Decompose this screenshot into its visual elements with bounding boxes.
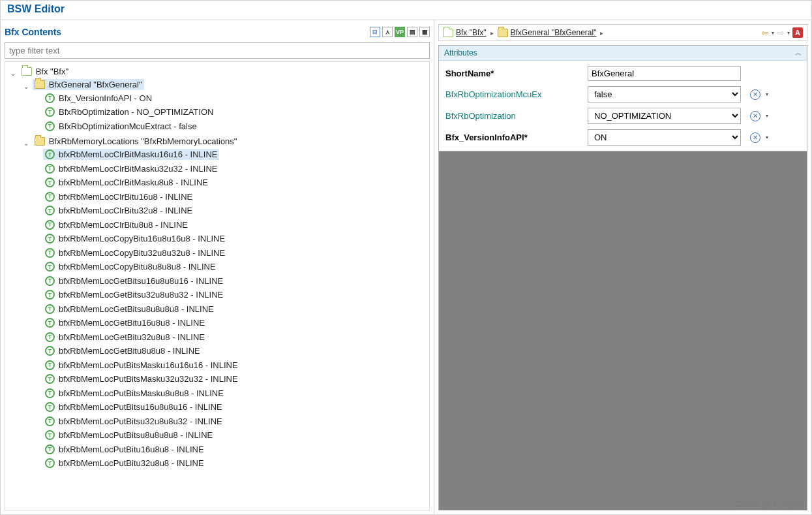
tree-leaf[interactable]: TbfxRbMemLocCopyBitu32u8u32u8 - INLINE: [43, 247, 227, 258]
breadcrumb-item[interactable]: BfxGeneral "BfxGeneral": [498, 28, 597, 37]
left-toolbar: ⊟ ⋏ VP ▤ ▦: [370, 27, 430, 37]
text-param-icon: T: [45, 248, 55, 258]
bsw-editor: BSW Editor Bfx Contents ⊟ ⋏ VP ▤ ▦: [0, 0, 812, 515]
tree-leaf[interactable]: TbfxRbMemLocPutBitsMasku16u16u16 - INLIN…: [43, 360, 240, 371]
attribute-select[interactable]: false: [588, 86, 741, 102]
folder-icon: [35, 137, 45, 146]
tree-node-memlocs[interactable]: BfxRbMemoryLocations "BfxRbMemoryLocatio…: [33, 136, 239, 147]
text-param-icon: T: [45, 192, 55, 202]
right-panel: Bfx "Bfx" ▸ BfxGeneral "BfxGeneral" ▸ ⇦ …: [434, 20, 811, 514]
tree-node-bfxgeneral[interactable]: BfxGeneral "BfxGeneral": [33, 79, 144, 90]
attribute-label: Bfx_VersionInfoAPI*: [445, 133, 582, 142]
tree-leaf[interactable]: TbfxRbMemLocClrBitu8u8 - INLINE: [43, 219, 190, 230]
text-param-icon: T: [45, 445, 55, 454]
text-param-icon: T: [45, 178, 55, 187]
tree-label: bfxRbMemLocGetBitsu16u8u8u16 - INLINE: [57, 276, 223, 286]
folder-icon: [498, 29, 508, 37]
attribute-label: BfxRbOptimization: [445, 111, 582, 121]
expand-toggle[interactable]: ⌄: [22, 140, 30, 147]
clear-value-icon[interactable]: ✕: [750, 111, 760, 121]
attribute-row: ShortName*: [445, 66, 800, 81]
collapse-icon[interactable]: ⊟: [370, 27, 380, 37]
dropdown-icon[interactable]: ▾: [766, 91, 768, 97]
text-param-icon: T: [45, 318, 55, 328]
dropdown-icon[interactable]: ▾: [787, 30, 790, 36]
tree-leaf[interactable]: TbfxRbMemLocGetBitu8u8u8 - INLINE: [43, 345, 202, 356]
attribute-select[interactable]: NO_OPTIMIZATION: [588, 108, 741, 124]
breadcrumb-label: BfxGeneral "BfxGeneral": [511, 28, 597, 37]
filter-input[interactable]: [5, 42, 430, 59]
tree-label: bfxRbMemLocClrBitu16u8 - INLINE: [57, 192, 192, 202]
tree-leaf[interactable]: TbfxRbMemLocGetBitsu32u8u8u32 - INLINE: [43, 289, 225, 300]
tree-leaf[interactable]: TbfxRbMemLocPutBitu32u8u8 - INLINE: [43, 458, 206, 469]
left-panel: Bfx Contents ⊟ ⋏ VP ▤ ▦ ⌄: [1, 20, 434, 514]
tree-leaf[interactable]: TbfxRbMemLocCopyBitu16u8u16u8 - INLINE: [43, 233, 227, 244]
tree-label: Bfx_VersionInfoAPI - ON: [57, 93, 152, 103]
breadcrumb-bar: Bfx "Bfx" ▸ BfxGeneral "BfxGeneral" ▸ ⇦ …: [438, 24, 807, 41]
tree-leaf[interactable]: TbfxRbMemLocGetBitsu8u8u8u8 - INLINE: [43, 304, 216, 315]
attribute-text-input[interactable]: [588, 66, 741, 81]
folder-icon: [35, 80, 45, 89]
editor-title: BSW Editor: [1, 1, 811, 20]
tree-label: bfxRbMemLocPutBitu32u8u8 - INLINE: [57, 458, 204, 468]
tree-label: bfxRbMemLocClrBitu32u8 - INLINE: [57, 206, 192, 215]
vp-icon[interactable]: VP: [395, 27, 405, 37]
tree-leaf[interactable]: TBfxRbOptimization - NO_OPTIMIZATION: [43, 106, 215, 117]
text-param-icon: T: [45, 107, 55, 117]
table-icon[interactable]: ▦: [419, 27, 430, 37]
clear-value-icon[interactable]: ✕: [750, 89, 760, 100]
tree-leaf[interactable]: TbfxRbMemLocClrBitMasku16u16 - INLINE: [43, 149, 219, 160]
clear-value-icon[interactable]: ✕: [750, 133, 760, 143]
tree-label: bfxRbMemLocGetBitu8u8u8 - INLINE: [57, 346, 200, 356]
tree-leaf[interactable]: TBfxRbOptimizationMcuExtract - false: [43, 121, 199, 132]
link-icon[interactable]: ⋏: [382, 27, 393, 37]
tree-leaf[interactable]: TbfxRbMemLocPutBitu16u8u8 - INLINE: [43, 444, 206, 455]
tree-label: bfxRbMemLocClrBitMasku32u32 - INLINE: [57, 164, 217, 174]
text-param-icon: T: [45, 206, 55, 215]
expand-toggle[interactable]: ⌄: [9, 70, 17, 77]
doc-icon[interactable]: ▤: [407, 27, 417, 37]
tree-label: bfxRbMemLocPutBitsu32u8u8u32 - INLINE: [57, 416, 222, 426]
expand-toggle[interactable]: ⌄: [22, 83, 30, 90]
tree-leaf[interactable]: TBfx_VersionInfoAPI - ON: [43, 93, 154, 104]
tree-node-root[interactable]: Bfx "Bfx": [20, 66, 70, 77]
tree-leaf[interactable]: TbfxRbMemLocPutBitsMasku32u32u32 - INLIN…: [43, 373, 240, 384]
left-section-title: Bfx Contents: [5, 27, 61, 37]
dropdown-icon[interactable]: ▾: [766, 134, 768, 140]
tree-leaf[interactable]: TbfxRbMemLocPutBitsu8u8u8u8 - INLINE: [43, 429, 215, 441]
tree-leaf[interactable]: TbfxRbMemLocPutBitsMasku8u8u8 - INLINE: [43, 388, 226, 399]
tree-leaf[interactable]: TbfxRbMemLocGetBitsu16u8u8u16 - INLINE: [43, 275, 225, 287]
text-param-icon: T: [45, 458, 55, 468]
tree-leaf[interactable]: TbfxRbMemLocCopyBitu8u8u8u8 - INLINE: [43, 261, 218, 272]
text-param-icon: T: [45, 262, 55, 272]
tree-leaf[interactable]: TbfxRbMemLocPutBitsu32u8u8u32 - INLINE: [43, 416, 224, 427]
folder-icon: [22, 67, 32, 76]
tree-leaf[interactable]: TbfxRbMemLocClrBitu16u8 - INLINE: [43, 191, 194, 202]
text-param-icon: T: [45, 388, 55, 398]
tree-leaf[interactable]: TbfxRbMemLocClrBitu32u8 - INLINE: [43, 205, 194, 216]
tree-label: bfxRbMemLocClrBitMasku8u8 - INLINE: [57, 178, 208, 187]
tree-view[interactable]: ⌄ Bfx "Bfx" ⌄ BfxGeneral "B: [5, 61, 430, 510]
tree-leaf[interactable]: TbfxRbMemLocPutBitsu16u8u8u16 - INLINE: [43, 401, 224, 413]
alert-badge-icon[interactable]: A: [792, 27, 803, 38]
attribute-select[interactable]: ON: [588, 129, 741, 146]
dropdown-icon[interactable]: ▾: [766, 113, 768, 119]
dropdown-icon[interactable]: ▾: [772, 30, 774, 36]
collapse-chevron-icon[interactable]: ︽: [795, 48, 802, 57]
nav-forward-icon[interactable]: ⇨: [777, 27, 785, 38]
tree-label: bfxRbMemLocCopyBitu32u8u32u8 - INLINE: [57, 248, 225, 258]
attributes-header[interactable]: Attributes ︽: [439, 46, 807, 61]
text-param-icon: T: [45, 360, 55, 370]
text-param-icon: T: [45, 430, 55, 440]
tree-leaf[interactable]: TbfxRbMemLocGetBitu32u8u8 - INLINE: [43, 332, 207, 343]
attributes-empty-area: [439, 151, 807, 510]
tree-label: bfxRbMemLocPutBitsMasku16u16u16 - INLINE: [57, 360, 238, 370]
tree-label: BfxRbOptimization - NO_OPTIMIZATION: [57, 107, 213, 117]
breadcrumb-item[interactable]: Bfx "Bfx": [443, 28, 487, 37]
tree-label: bfxRbMemLocClrBitMasku16u16 - INLINE: [57, 149, 217, 159]
nav-back-icon[interactable]: ⇦: [761, 27, 769, 38]
text-param-icon: T: [45, 402, 55, 412]
tree-leaf[interactable]: TbfxRbMemLocClrBitMasku32u32 - INLINE: [43, 163, 219, 174]
tree-leaf[interactable]: TbfxRbMemLocClrBitMasku8u8 - INLINE: [43, 177, 210, 188]
tree-leaf[interactable]: TbfxRbMemLocGetBitu16u8u8 - INLINE: [43, 317, 207, 328]
